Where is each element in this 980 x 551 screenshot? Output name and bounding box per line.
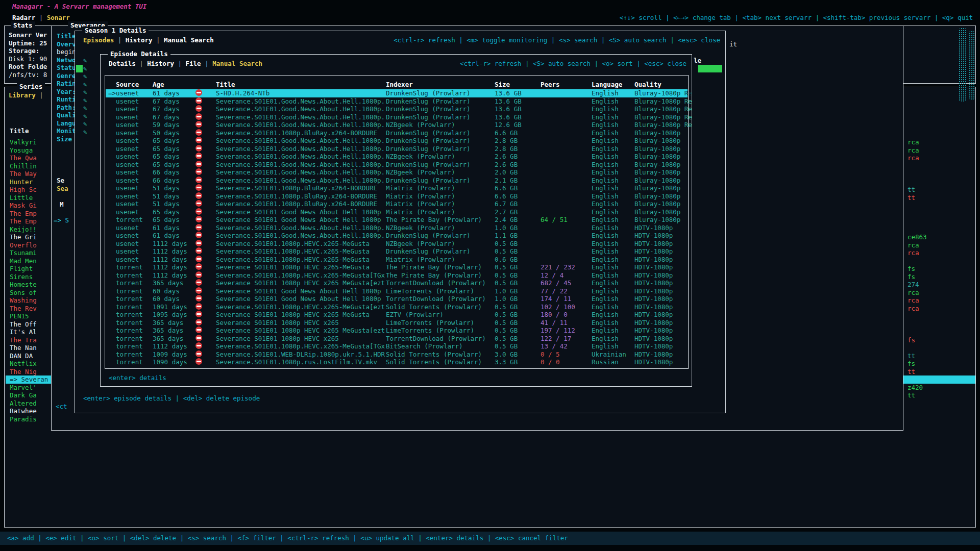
release-row[interactable]: usenet67 daysSeverance.S01E01.Good.News.… [106,97,688,106]
release-size: 0.5 GB [495,311,518,319]
release-row[interactable]: usenet51 daysSeverance.S01E01.1080p.BluR… [106,200,688,208]
release-row[interactable]: usenet1112 daysSeverance.S01E01.1080p.HE… [106,247,688,256]
release-title: Severance.S01E01.1080p.HEVC.x265-MeGusta… [216,342,385,350]
release-row[interactable]: torrent1095 daysSeverance S01E01 1080p H… [106,311,688,319]
series-field-label: Statu [57,64,76,72]
footer-keybind-bar: <a> add | <e> edit | <o> sort | <del> de… [0,532,980,545]
release-peers: 102 / 100 [541,303,575,311]
tab-radarr[interactable]: Radarr [12,14,35,21]
tab-history[interactable]: History [147,60,174,67]
release-title: S-HD.H.264-NTb [216,89,270,97]
release-language: Ukrainian [592,350,626,359]
release-source: usenet [116,177,139,185]
release-table-body: =>usenet61 daysS-HD.H.264-NTbDrunkenSlug… [106,89,688,366]
column-header-age[interactable]: Age [153,81,164,89]
release-row[interactable]: usenet59 daysSeverance.S01E01.Good.News.… [106,121,688,129]
rejected-icon [195,153,202,159]
release-age: 51 days [153,200,180,208]
release-row[interactable]: usenet61 daysSeverance.S01E01.Good.News.… [106,232,688,240]
tab-sonarr[interactable]: Sonarr [47,14,70,21]
release-title: Severance S01E01 1080p HEVC x265 MeGusta… [216,279,385,287]
column-header-qual[interactable]: Quality [634,81,662,89]
release-row[interactable]: torrent365 daysSeverance S01E01 1080p HE… [106,335,688,343]
release-row[interactable]: usenet50 daysSeverance.S01E01.1080p.BluR… [106,129,688,137]
tab-file[interactable]: File [186,60,201,67]
release-indexer: NZBgeek (Prowlarr) [386,168,455,177]
release-indexer: LimeTorrents (Prowlarr) [386,287,474,295]
release-size: 0.5 GB [495,327,518,335]
app-title: Managarr - A Servarr management TUI [12,3,146,11]
column-header-idx[interactable]: Indexer [386,81,413,89]
release-row[interactable]: torrent1112 daysSeverance.S01E01.1080p.H… [106,271,688,280]
release-row[interactable]: usenet65 daysSeverance.S01E01.Good.News.… [106,153,688,161]
release-row[interactable]: =>usenet61 daysS-HD.H.264-NTbDrunkenSlug… [106,89,688,97]
release-row[interactable]: torrent365 daysSeverance S01E01 1080p HE… [106,279,688,287]
series-row-fragment: fs [908,265,915,273]
release-row[interactable]: usenet51 daysSeverance.S01E01.1080p.BluR… [106,184,688,192]
column-header-title[interactable]: Title [216,81,235,89]
release-row[interactable]: usenet65 daysSeverance.S01E01.Good.News.… [106,137,688,145]
release-row[interactable]: torrent365 daysSeverance S01E01 1080p HE… [106,319,688,327]
release-row[interactable]: torrent1112 daysSeverance.S01E01.1080p.H… [106,342,688,350]
release-row[interactable]: torrent60 daysSeverance S01E01 Good News… [106,295,688,303]
release-row[interactable]: torrent1090 daysSeverance.S01E01.1080p.r… [106,358,688,366]
series-row-fragment: rca [908,241,919,249]
release-indexer: TorrentDownload (Prowlarr) [386,335,486,343]
release-title: Severance S01E01 Good News About Hell 10… [216,295,381,303]
release-row[interactable]: torrent60 daysSeverance S01E01 Good News… [106,287,688,295]
release-row[interactable]: torrent1091 daysSeverance.S01E01.1080p.H… [106,303,688,311]
release-source: torrent [116,263,143,271]
release-row[interactable]: usenet65 daysSeverance S01E01 Good News … [106,208,688,216]
release-peers: 41 / 11 [541,319,568,327]
release-source: usenet [116,137,139,145]
release-row[interactable]: usenet66 daysSeverance.S01E01.Good.News.… [106,177,688,185]
release-row[interactable]: usenet51 daysSeverance.S01E01.1080p.BluR… [106,192,688,201]
tab-episodes[interactable]: Episodes [83,36,114,44]
release-peers: 682 / 45 [541,279,571,287]
release-row[interactable]: torrent365 daysSeverance S01E01 1080p HE… [106,327,688,335]
tab-manual-search[interactable]: Manual Search [164,36,214,44]
episode-keybinds: <ctrl-r> refresh | <S> auto search | <o>… [460,60,687,68]
release-indexer: LimeTorrents (Prowlarr) [386,319,474,327]
column-header-peers[interactable]: Peers [541,81,560,89]
release-source: torrent [116,350,143,359]
release-row[interactable]: torrent65 daysSeverance S01E01 Good News… [106,216,688,224]
column-header-src[interactable]: Source [116,81,139,89]
release-quality: HDTV-1080p [634,327,673,335]
selected-season-fragment[interactable]: => S [54,216,69,224]
series-row-fragment: tt [908,391,915,399]
column-header-size[interactable]: Size [495,81,510,89]
tab-manual-search[interactable]: Manual Search [212,60,262,67]
release-size: 6.6 GB [495,192,518,201]
release-row[interactable]: usenet67 daysSeverance.S01E01.Good.News.… [106,113,688,121]
release-row[interactable]: torrent1112 daysSeverance S01E01 1080p H… [106,263,688,271]
season-tabs: Episodes | History | Manual Search [83,36,214,44]
tab-details[interactable]: Details [109,60,136,67]
series-row-fragment: rca [908,146,919,155]
release-row[interactable]: usenet1112 daysSeverance.S01E01.1080p.HE… [106,240,688,248]
release-age: 1112 days [153,240,187,248]
release-indexer: DrunkenSlug (Prowlarr) [386,89,471,97]
column-header-lang[interactable]: Language [592,81,622,89]
release-row[interactable]: usenet61 daysSeverance.S01E01.Good.News.… [106,224,688,232]
release-indexer: NZBgeek (Prowlarr) [386,153,455,161]
series-row-fragment: rca [908,305,919,313]
release-age: 65 days [153,208,180,216]
release-source: usenet [116,256,139,264]
episode-monitor-column: ✎✎✎✎✎✎✎✎✎✎ [83,57,87,136]
release-source: usenet [116,192,139,201]
release-row[interactable]: usenet65 daysSeverance.S01E01.Good.News.… [106,145,688,153]
release-row[interactable]: usenet67 daysSeverance.S01E01.Good.News.… [106,105,688,113]
release-row[interactable]: usenet1112 daysSeverance.S01E01.1080p.HE… [106,256,688,264]
release-language: English [592,232,619,240]
release-source: usenet [116,129,139,137]
release-quality: Bluray-1080p [634,208,680,216]
release-row[interactable]: usenet66 daysSeverance.S01E01.Good.News.… [106,168,688,177]
tab-history[interactable]: History [126,36,153,44]
release-size: 1.0 GB [495,295,518,303]
release-quality: Bluray-1080p [634,177,680,185]
release-row[interactable]: usenet65 daysSeverance.S01E01.Good.News.… [106,161,688,169]
release-row[interactable]: torrent1009 daysSeverance.S01E01.WEB-DLR… [106,350,688,359]
release-quality: HDTV-1080p [634,247,673,256]
rejected-icon [195,247,202,254]
